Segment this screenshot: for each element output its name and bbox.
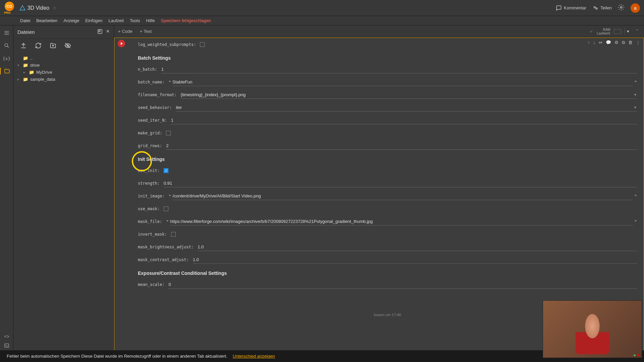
label-use-init: use_init: (138, 168, 160, 173)
close-sidebar-icon[interactable]: ✕ (106, 29, 110, 35)
checkbox-make-grid[interactable] (166, 131, 171, 135)
input-seed-iter-n[interactable] (171, 116, 637, 124)
label-batch-name: batch_name: (138, 80, 164, 84)
init-settings-header: Init Settings (138, 157, 637, 162)
label-mask-contrast: mask_contrast_adjust: (138, 257, 189, 262)
menu-hilfe[interactable]: Hilfe (146, 18, 155, 23)
menu-bar: Datei Bearbeiten Anzeige Einfügen Laufze… (0, 16, 644, 25)
terminal-icon[interactable] (4, 343, 9, 349)
svg-line-8 (7, 46, 8, 48)
label-filename-format: filename_format: (138, 93, 177, 97)
label-mean-scale: mean_scale: (138, 282, 164, 287)
label-seed-behavior: seed_behavior: (138, 105, 172, 110)
document-title[interactable]: 3D Video (28, 5, 50, 11)
input-n-batch[interactable] (161, 65, 637, 73)
collapse-icon[interactable]: ˆ (635, 28, 640, 35)
svg-rect-13 (5, 344, 9, 348)
user-avatar[interactable]: a (631, 3, 640, 13)
label-init-image: init_image: (138, 194, 164, 198)
files-icon[interactable] (0, 68, 13, 74)
move-up-icon[interactable]: ↑ (588, 40, 590, 45)
search-icon[interactable] (3, 42, 10, 49)
webcam-preview[interactable] (543, 300, 642, 358)
tree-drive[interactable]: ▾📁drive (17, 62, 110, 69)
new-window-icon[interactable] (97, 29, 103, 35)
colab-logo[interactable]: CO (5, 2, 14, 11)
settings-icon[interactable] (618, 4, 625, 12)
sidebar-title: Dateien (17, 29, 97, 35)
code-snippets-icon[interactable]: <> (4, 334, 9, 339)
batch-settings-header: Batch Settings (138, 55, 637, 61)
menu-tools[interactable]: Tools (130, 18, 140, 23)
label-log-weighted: log_weighted_subprompts: (138, 42, 196, 47)
checkbox-log-weighted[interactable] (200, 42, 205, 47)
checkbox-use-mask[interactable] (164, 206, 168, 211)
input-batch-name[interactable] (172, 78, 633, 86)
save-status[interactable]: Speichern fehlgeschlagen (161, 18, 211, 23)
person-silhouette (576, 314, 609, 354)
toggle-hidden-icon[interactable] (64, 42, 71, 50)
svg-marker-0 (20, 5, 25, 10)
variables-icon[interactable]: {x} (3, 55, 10, 62)
quote-close: " (634, 80, 637, 85)
link-cell-icon[interactable]: ⇔ (599, 40, 602, 45)
quote-close: " (634, 194, 637, 199)
share-button[interactable]: Teilen (592, 5, 612, 11)
input-mask-contrast[interactable] (193, 256, 637, 264)
input-mean-scale[interactable] (168, 281, 637, 289)
exposure-settings-header: Exposure/Contrast Conditional Settings (138, 270, 637, 276)
warning-link[interactable]: Unterschied anzeigen (233, 354, 275, 359)
runtime-dropdown-icon[interactable]: ▾ (625, 28, 631, 35)
svg-point-1 (594, 6, 596, 8)
comment-button[interactable]: Kommentar (556, 5, 586, 11)
cell-more-icon[interactable]: ⋮ (636, 40, 640, 45)
menu-datei[interactable]: Datei (20, 18, 30, 23)
svg-point-3 (621, 7, 622, 8)
label-n-batch: n_batch: (138, 67, 157, 72)
star-icon[interactable]: ☆ (53, 5, 57, 10)
tree-up[interactable]: 📁.. (17, 55, 110, 62)
label-use-mask: use_mask: (138, 206, 160, 211)
quote-open: " (166, 219, 169, 224)
pro-badge: PRO (4, 11, 11, 14)
input-mask-file[interactable] (170, 218, 633, 226)
add-text-button[interactable]: + Text (140, 29, 152, 34)
svg-rect-10 (99, 31, 100, 32)
chevron-down-icon: ▼ (634, 93, 637, 97)
input-mask-brightness[interactable] (198, 243, 637, 251)
mirror-cell-icon[interactable]: ⧉ (622, 40, 625, 45)
input-grid-rows[interactable] (166, 142, 637, 150)
input-init-image[interactable] (172, 192, 633, 200)
label-strength: strength: (138, 181, 160, 186)
refresh-icon[interactable] (35, 42, 42, 50)
add-code-button[interactable]: + Code (118, 29, 132, 34)
select-filename-format[interactable]: {timestring}_{index}_{prompt}.png ▼ (181, 91, 637, 99)
menu-laufzeit[interactable]: Laufzeit (109, 18, 124, 23)
quote-open: " (168, 80, 171, 85)
move-down-icon[interactable]: ↓ (593, 40, 596, 45)
checkbox-use-init[interactable]: ✓ (164, 168, 168, 173)
input-strength[interactable] (164, 179, 637, 187)
ram-indicator[interactable]: RAM Laufwerk (597, 28, 610, 35)
status-dot-green (634, 354, 636, 356)
mount-drive-icon[interactable] (50, 42, 56, 50)
label-seed-iter-n: seed_iter_N: (138, 118, 167, 123)
menu-anzeige[interactable]: Anzeige (63, 18, 79, 23)
label-invert-mask: invert_mask: (138, 232, 167, 237)
checkbox-invert-mask[interactable] (171, 232, 176, 237)
tree-mydrive[interactable]: ▸📁MyDrive (17, 69, 110, 76)
delete-cell-icon[interactable]: 🗑 (628, 40, 633, 45)
select-seed-behavior[interactable]: iter ▼ (176, 104, 637, 112)
cell-settings-icon[interactable]: ⚙ (614, 40, 619, 45)
warning-text: Fehler beim automatischen Speichern Dies… (7, 354, 227, 359)
comment-cell-icon[interactable]: 💬 (606, 40, 611, 45)
label-mask-brightness: mask_brightness_adjust: (138, 245, 194, 249)
toc-icon[interactable] (3, 29, 10, 36)
menu-einfuegen[interactable]: Einfügen (85, 18, 102, 23)
run-cell-button[interactable] (118, 40, 125, 47)
tree-sample-data[interactable]: ▸📁sample_data (17, 76, 110, 83)
menu-bearbeiten[interactable]: Bearbeiten (36, 18, 57, 23)
upload-icon[interactable] (20, 42, 27, 50)
chevron-down-icon: ▼ (634, 106, 637, 109)
svg-point-7 (5, 44, 8, 47)
